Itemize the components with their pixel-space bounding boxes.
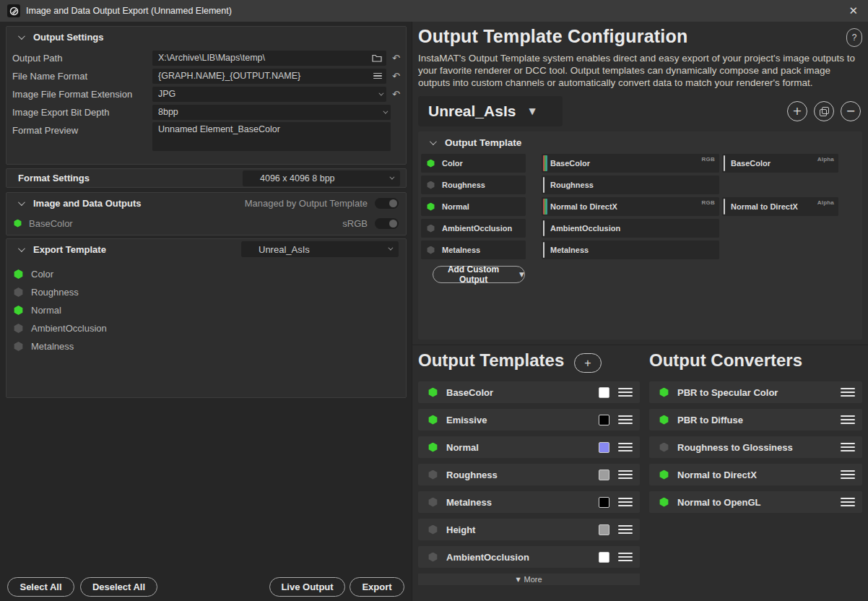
template-list-row[interactable]: AmbientOcclusion [418,546,640,568]
undo-icon[interactable]: ↶ [392,90,400,99]
template-list-row[interactable]: BaseColor [418,381,640,403]
template-list-row[interactable]: Roughness [418,464,640,485]
list-item[interactable]: Metalness [6,337,406,355]
rgb-source-chip[interactable]: AmbientOcclusion [542,219,719,238]
menu-icon[interactable] [618,525,633,535]
channel-enabled-dot[interactable] [427,203,435,211]
channel-enabled-dot[interactable] [14,287,23,297]
menu-icon[interactable] [618,470,633,480]
duplicate-template-button[interactable] [814,101,834,121]
template-enabled-dot[interactable] [428,498,438,507]
template-list-row[interactable]: Emissive [418,409,640,431]
undo-icon[interactable]: ↶ [392,53,400,63]
converter-list-row[interactable]: PBR to Specular Color [649,381,862,403]
srgb-toggle[interactable] [375,218,399,229]
color-swatch[interactable] [599,470,609,480]
rgb-source-chip[interactable]: Roughness [542,176,719,194]
template-list-row[interactable]: Normal [418,436,640,458]
help-button[interactable]: ? [846,28,862,47]
template-enabled-dot[interactable] [428,415,438,425]
list-item[interactable]: AmbientOcclusion [6,319,406,337]
output-settings-header[interactable]: Output Settings [6,27,406,47]
channel-enabled-dot[interactable] [427,246,435,254]
converter-list-row[interactable]: Normal to OpenGL [649,491,862,513]
output-template-header[interactable]: Output Template [418,131,862,153]
converter-list-row[interactable]: Normal to DirectX [649,464,862,485]
channel-name-chip[interactable]: Metalness [421,241,526,259]
list-item[interactable]: Normal [6,301,406,319]
list-item[interactable]: Roughness [6,283,406,301]
export-template-dropdown[interactable]: Unreal_AsIs [241,241,399,257]
template-enabled-dot[interactable] [428,443,438,452]
color-swatch[interactable] [599,415,609,425]
alpha-source-chip[interactable]: Normal to DirectX Alpha [722,197,838,216]
bit-depth-dropdown[interactable]: 8bpp [152,105,391,120]
live-output-button[interactable]: Live Output [269,577,345,597]
rgb-source-chip[interactable]: Normal to DirectX RGB [542,197,719,216]
color-swatch[interactable] [599,387,609,398]
remove-template-button[interactable]: − [841,101,861,121]
output-path-input[interactable]: X:\Archive\LIB\Maps\temp\ [152,51,386,66]
export-button[interactable]: Export [350,577,404,597]
channel-enabled-dot[interactable] [14,324,23,333]
undo-icon[interactable]: ↶ [392,72,400,81]
template-selector-dropdown[interactable]: Unreal_AsIs ▼ [418,96,563,126]
token-menu-icon[interactable] [373,73,382,79]
list-item[interactable]: Color [6,265,406,283]
image-data-outputs-header[interactable]: Image and Data Outputs Managed by Output… [6,193,406,213]
folder-icon[interactable] [372,51,382,66]
basecolor-output-row[interactable]: BaseColor sRGB [6,213,406,233]
converter-enabled-dot[interactable] [659,388,669,397]
converter-enabled-dot[interactable] [659,470,669,480]
color-swatch[interactable] [599,524,609,535]
channel-name-chip[interactable]: Normal [421,197,526,216]
channel-enabled-dot[interactable] [427,181,435,189]
more-button[interactable]: ▼ More [418,574,640,585]
add-output-template-button[interactable]: + [574,353,602,373]
menu-icon[interactable] [618,498,633,507]
menu-icon[interactable] [618,443,633,452]
managed-by-template-toggle[interactable] [375,198,399,209]
template-enabled-dot[interactable] [428,525,438,535]
menu-icon[interactable] [618,553,633,562]
menu-icon[interactable] [841,498,855,507]
template-enabled-dot[interactable] [428,388,438,397]
color-swatch[interactable] [599,552,609,563]
file-name-format-input[interactable]: {GRAPH.NAME}_{OUTPUT.NAME} [152,69,386,84]
channel-enabled-dot[interactable] [14,342,23,351]
add-custom-output-button[interactable]: Add Custom Output ▼ [433,266,525,283]
rgb-source-chip[interactable]: Metalness [542,241,719,259]
image-file-format-dropdown[interactable]: JPG [152,87,386,102]
alpha-source-chip[interactable]: BaseColor Alpha [722,154,838,173]
template-enabled-dot[interactable] [428,470,438,480]
converter-enabled-dot[interactable] [659,443,669,452]
close-icon[interactable]: ✕ [846,4,861,17]
menu-icon[interactable] [618,388,633,397]
converter-list-row[interactable]: Roughness to Glossiness [649,436,862,458]
channel-enabled-dot[interactable] [14,306,23,315]
export-template-header[interactable]: Export Template Unreal_AsIs [6,239,406,259]
channel-name-chip[interactable]: Color [421,154,526,173]
output-enabled-dot[interactable] [14,220,22,228]
menu-icon[interactable] [618,415,633,425]
format-settings-dropdown[interactable]: 4096 x 4096 8 bpp [243,170,400,186]
menu-icon[interactable] [841,415,855,425]
template-list-row[interactable]: Metalness [418,491,640,513]
menu-icon[interactable] [841,388,855,397]
menu-icon[interactable] [841,443,855,452]
rgb-source-chip[interactable]: BaseColor RGB [542,154,719,173]
select-all-button[interactable]: Select All [7,577,74,597]
converter-enabled-dot[interactable] [659,498,669,507]
color-swatch[interactable] [599,497,609,508]
channel-enabled-dot[interactable] [427,160,435,168]
channel-name-chip[interactable]: AmbientOcclusion [421,219,526,238]
deselect-all-button[interactable]: Deselect All [80,577,157,597]
converter-list-row[interactable]: PBR to Diffuse [649,409,862,431]
converter-enabled-dot[interactable] [659,415,669,425]
template-enabled-dot[interactable] [428,553,438,562]
menu-icon[interactable] [841,470,855,480]
channel-enabled-dot[interactable] [427,225,435,233]
channel-enabled-dot[interactable] [14,269,23,279]
color-swatch[interactable] [599,442,609,453]
template-list-row[interactable]: Height [418,519,640,540]
